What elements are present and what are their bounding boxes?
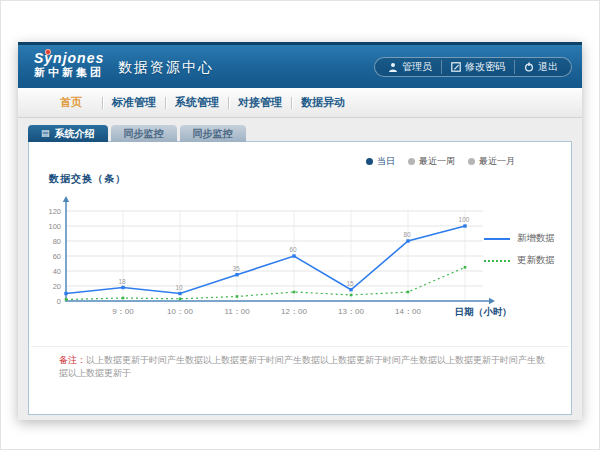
legend-new-data[interactable]: 新增数据 — [484, 232, 555, 245]
logout-button[interactable]: 退出 — [514, 60, 567, 74]
tab-bar: ▤ 系统介绍 同步监控 同步监控 — [28, 125, 249, 142]
note-prefix: 备注： — [59, 355, 86, 365]
radio-today[interactable]: 当日 — [366, 155, 395, 168]
note-text: 以上数据更新于时间产生数据以上数据更新于时间产生数据以上数据更新于时间产生数据以… — [59, 355, 545, 378]
legend-updated-data[interactable]: 更新数据 — [484, 254, 555, 267]
time-range-filter: 当日 最近一周 最近一月 — [366, 155, 515, 168]
screenshot-root: { "header": { "logo_top": "Synjones", "l… — [0, 0, 600, 450]
content-area: ▤ 系统介绍 同步监控 同步监控 当日 最近一周 — [18, 118, 582, 420]
dotted-line-swatch-icon — [484, 260, 510, 262]
svg-text:18: 18 — [118, 278, 126, 285]
nav-item-interface-mgmt[interactable]: 对接管理 — [229, 95, 291, 110]
legend-label: 新增数据 — [517, 232, 555, 245]
user-toolbar: 管理员 修改密码 退出 — [374, 57, 572, 77]
nav-item-data-change[interactable]: 数据异动 — [292, 95, 354, 110]
admin-user-button[interactable]: 管理员 — [379, 60, 441, 74]
radio-dot-icon — [408, 158, 415, 165]
nav-item-home[interactable]: 首页 — [40, 95, 102, 110]
svg-text:60: 60 — [289, 246, 297, 253]
svg-text:9：00: 9：00 — [112, 307, 134, 316]
radio-last-week-label: 最近一周 — [419, 155, 455, 168]
svg-text:10：00: 10：00 — [167, 307, 193, 316]
exchange-line-chart: 0204060801001209：0010：0011：0012：0013：001… — [39, 186, 559, 336]
app-window: Synjones 新中新集团 数据资源中心 管理员 修改密码 — [18, 42, 582, 420]
page-title: 数据资源中心 — [118, 59, 214, 77]
logout-label: 退出 — [538, 60, 558, 74]
svg-text:60: 60 — [53, 252, 61, 261]
svg-text:日期（小时）: 日期（小时） — [455, 306, 512, 318]
y-axis-title: 数据交换（条） — [49, 172, 126, 186]
radio-last-month[interactable]: 最近一月 — [468, 155, 515, 168]
svg-text:120: 120 — [48, 207, 61, 216]
tab-sync-monitor-1[interactable]: 同步监控 — [111, 125, 177, 142]
nav-item-system-mgmt[interactable]: 系统管理 — [166, 95, 228, 110]
tab-sync-monitor-2[interactable]: 同步监控 — [180, 125, 246, 142]
svg-text:20: 20 — [53, 282, 61, 291]
tab-label: 系统介绍 — [55, 125, 95, 142]
svg-text:13：00: 13：00 — [338, 307, 364, 316]
tab-label: 同步监控 — [193, 125, 233, 142]
footer-note: 备注：以上数据更新于时间产生数据以上数据更新于时间产生数据以上数据更新于时间产生… — [59, 354, 551, 379]
logo-wordmark: Synjones — [34, 51, 104, 66]
user-icon — [388, 62, 398, 72]
radio-dot-icon — [468, 158, 475, 165]
legend-label: 更新数据 — [517, 254, 555, 267]
svg-text:10: 10 — [175, 284, 183, 291]
svg-text:80: 80 — [53, 237, 61, 246]
company-logo: Synjones 新中新集团 — [34, 51, 104, 78]
note-divider — [31, 346, 569, 347]
svg-text:100: 100 — [459, 216, 470, 223]
svg-text:100: 100 — [48, 222, 61, 231]
solid-line-swatch-icon — [484, 238, 510, 240]
tab-system-intro[interactable]: ▤ 系统介绍 — [28, 125, 108, 142]
svg-text:11：00: 11：00 — [224, 307, 250, 316]
svg-text:40: 40 — [53, 267, 61, 276]
change-password-button[interactable]: 修改密码 — [441, 60, 514, 74]
radio-last-week[interactable]: 最近一周 — [408, 155, 455, 168]
logo-company-name: 新中新集团 — [34, 66, 104, 78]
svg-text:15: 15 — [346, 280, 354, 287]
svg-text:80: 80 — [403, 231, 411, 238]
nav-item-standard-mgmt[interactable]: 标准管理 — [103, 95, 165, 110]
svg-text:35: 35 — [232, 265, 240, 272]
app-header: Synjones 新中新集团 数据资源中心 管理员 修改密码 — [18, 42, 582, 88]
logo-red-dot-icon — [45, 49, 51, 55]
edit-icon — [451, 62, 461, 72]
change-password-label: 修改密码 — [465, 60, 505, 74]
tab-label: 同步监控 — [124, 125, 164, 142]
power-icon — [524, 62, 534, 72]
admin-user-label: 管理员 — [402, 60, 432, 74]
main-nav: 首页 标准管理 系统管理 对接管理 数据异动 — [18, 88, 582, 118]
chart-legend: 新增数据 更新数据 — [484, 232, 555, 267]
svg-text:14：00: 14：00 — [395, 307, 421, 316]
document-icon: ▤ — [41, 129, 50, 138]
svg-text:0: 0 — [57, 297, 61, 306]
radio-dot-icon — [366, 158, 373, 165]
chart-panel: 当日 最近一周 最近一月 数据交换（条） 0204060801001209：00… — [28, 141, 572, 415]
radio-today-label: 当日 — [377, 155, 395, 168]
radio-last-month-label: 最近一月 — [479, 155, 515, 168]
svg-text:12：00: 12：00 — [281, 307, 307, 316]
